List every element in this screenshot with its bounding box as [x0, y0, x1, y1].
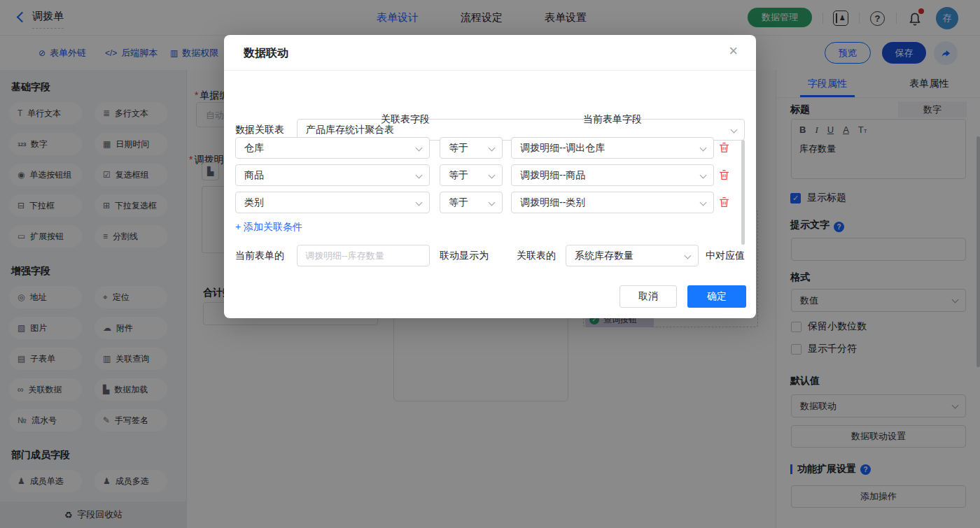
chevron-down-icon	[489, 145, 496, 152]
relation-of-label: 关联表的	[517, 250, 556, 262]
condition-right-select[interactable]: 调拨明细--商品	[511, 164, 714, 186]
relation-table-label: 数据关联表	[235, 124, 284, 136]
close-icon[interactable]: ×	[729, 43, 738, 59]
cancel-button[interactable]: 取消	[620, 285, 677, 308]
chevron-down-icon	[416, 199, 423, 206]
condition-right-select[interactable]: 调拨明细--类别	[511, 192, 714, 213]
data-linkage-modal: 数据联动 × 数据关联表 产品库存统计聚合表 关联表字段 当前表单字段 仓库 等…	[224, 35, 756, 318]
chevron-down-icon	[489, 199, 496, 206]
delete-condition-icon[interactable]	[718, 196, 730, 208]
confirm-button[interactable]: 确定	[687, 285, 746, 308]
chevron-down-icon	[416, 145, 423, 152]
condition-op-select[interactable]: 等于	[440, 192, 503, 213]
chevron-down-icon	[416, 172, 423, 179]
condition-op-select[interactable]: 等于	[440, 164, 503, 186]
corresponding-value-label: 中对应值	[706, 250, 745, 262]
add-condition-link[interactable]: + 添加关联条件	[235, 221, 302, 234]
chevron-down-icon	[700, 145, 707, 152]
condition-op-select[interactable]: 等于	[440, 137, 503, 159]
delete-condition-icon[interactable]	[718, 141, 730, 154]
chevron-down-icon	[731, 127, 738, 134]
modal-title: 数据联动	[244, 46, 288, 61]
current-form-field-input[interactable]	[297, 245, 430, 266]
relation-field-select[interactable]: 系统库存数量	[566, 245, 699, 266]
delete-condition-icon[interactable]	[718, 169, 730, 181]
divider	[224, 70, 756, 71]
linkage-display-label: 联动显示为	[440, 250, 489, 262]
chevron-down-icon	[700, 172, 707, 179]
chevron-down-icon	[685, 252, 692, 259]
condition-left-select[interactable]: 仓库	[235, 137, 430, 159]
chevron-down-icon	[489, 172, 496, 179]
current-form-label: 当前表单的	[235, 250, 284, 262]
left-column-header: 关联表字段	[308, 113, 503, 126]
right-column-header: 当前表单字段	[511, 113, 714, 126]
modal-scrollbar[interactable]	[741, 140, 745, 245]
condition-left-select[interactable]: 类别	[235, 192, 430, 213]
condition-right-select[interactable]: 调拨明细--调出仓库	[511, 137, 714, 159]
condition-left-select[interactable]: 商品	[235, 164, 430, 186]
chevron-down-icon	[700, 199, 707, 206]
